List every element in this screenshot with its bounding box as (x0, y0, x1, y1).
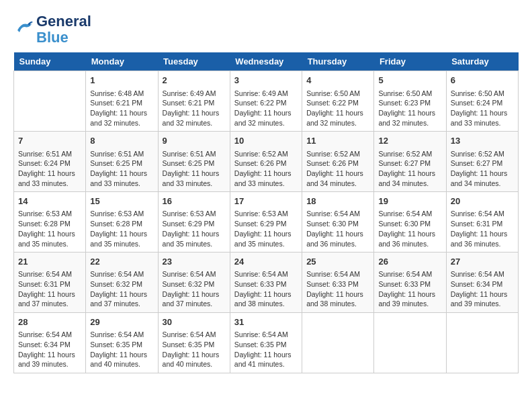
day-info: Sunrise: 6:54 AMSunset: 6:31 PMDaylight:… (18, 269, 81, 309)
day-info: Sunrise: 6:53 AMSunset: 6:29 PMDaylight:… (234, 209, 298, 248)
day-number: 20 (451, 195, 514, 208)
day-info: Sunrise: 6:52 AMSunset: 6:26 PMDaylight:… (234, 149, 298, 189)
calendar-cell: 15Sunrise: 6:53 AMSunset: 6:28 PMDayligh… (86, 192, 158, 253)
page-header: General Blue (13, 13, 519, 46)
day-number: 31 (234, 316, 298, 328)
calendar-cell: 1Sunrise: 6:48 AMSunset: 6:21 PMDaylight… (86, 71, 158, 132)
calendar-cell: 20Sunrise: 6:54 AMSunset: 6:31 PMDayligh… (446, 192, 518, 253)
day-number: 12 (378, 135, 441, 147)
day-info: Sunrise: 6:52 AMSunset: 6:27 PMDaylight:… (451, 149, 514, 189)
day-number: 11 (306, 135, 369, 147)
day-header-saturday: Saturday (446, 52, 518, 71)
day-number: 30 (163, 316, 226, 328)
day-info: Sunrise: 6:54 AMSunset: 6:30 PMDaylight:… (306, 209, 369, 248)
day-number: 21 (18, 256, 81, 268)
day-info: Sunrise: 6:54 AMSunset: 6:32 PMDaylight:… (90, 269, 153, 309)
day-number: 15 (90, 195, 153, 208)
calendar-header: SundayMondayTuesdayWednesdayThursdayFrid… (14, 52, 519, 71)
day-number: 14 (18, 195, 81, 208)
day-info: Sunrise: 6:54 AMSunset: 6:34 PMDaylight:… (451, 269, 514, 309)
calendar-table: SundayMondayTuesdayWednesdayThursdayFrid… (13, 52, 519, 373)
day-info: Sunrise: 6:50 AMSunset: 6:24 PMDaylight:… (451, 89, 514, 128)
calendar-cell: 11Sunrise: 6:52 AMSunset: 6:26 PMDayligh… (302, 132, 374, 192)
calendar-cell: 29Sunrise: 6:54 AMSunset: 6:35 PMDayligh… (86, 313, 158, 373)
day-number: 1 (90, 75, 153, 87)
calendar-cell: 24Sunrise: 6:54 AMSunset: 6:33 PMDayligh… (230, 253, 302, 313)
calendar-cell: 7Sunrise: 6:51 AMSunset: 6:24 PMDaylight… (14, 132, 86, 192)
calendar-cell: 12Sunrise: 6:52 AMSunset: 6:27 PMDayligh… (374, 132, 446, 192)
day-number: 17 (234, 195, 298, 208)
day-info: Sunrise: 6:54 AMSunset: 6:31 PMDaylight:… (451, 209, 514, 248)
day-info: Sunrise: 6:53 AMSunset: 6:28 PMDaylight:… (18, 209, 81, 248)
day-header-sunday: Sunday (14, 52, 86, 71)
calendar-cell (302, 313, 374, 373)
day-number: 28 (18, 316, 81, 328)
day-info: Sunrise: 6:54 AMSunset: 6:35 PMDaylight:… (90, 330, 153, 369)
calendar-cell: 9Sunrise: 6:51 AMSunset: 6:25 PMDaylight… (158, 132, 230, 192)
day-info: Sunrise: 6:49 AMSunset: 6:21 PMDaylight:… (163, 89, 226, 128)
logo-icon (13, 18, 34, 38)
day-info: Sunrise: 6:50 AMSunset: 6:22 PMDaylight:… (306, 89, 369, 128)
calendar-cell: 13Sunrise: 6:52 AMSunset: 6:27 PMDayligh… (446, 132, 518, 192)
calendar-week-1: 1Sunrise: 6:48 AMSunset: 6:21 PMDaylight… (14, 71, 519, 132)
day-info: Sunrise: 6:53 AMSunset: 6:28 PMDaylight:… (90, 209, 153, 248)
day-info: Sunrise: 6:49 AMSunset: 6:22 PMDaylight:… (234, 89, 298, 128)
calendar-cell (14, 71, 86, 132)
day-info: Sunrise: 6:54 AMSunset: 6:35 PMDaylight:… (163, 330, 226, 369)
day-number: 6 (451, 75, 514, 87)
day-number: 19 (378, 195, 441, 208)
calendar-cell (374, 313, 446, 373)
calendar-cell (446, 313, 518, 373)
day-info: Sunrise: 6:54 AMSunset: 6:34 PMDaylight:… (18, 330, 81, 369)
day-info: Sunrise: 6:50 AMSunset: 6:23 PMDaylight:… (378, 89, 441, 128)
calendar-cell: 23Sunrise: 6:54 AMSunset: 6:32 PMDayligh… (158, 253, 230, 313)
day-number: 9 (163, 135, 226, 147)
day-info: Sunrise: 6:51 AMSunset: 6:25 PMDaylight:… (90, 149, 153, 189)
day-header-friday: Friday (374, 52, 446, 71)
calendar-cell: 3Sunrise: 6:49 AMSunset: 6:22 PMDaylight… (230, 71, 302, 132)
day-number: 5 (378, 75, 441, 87)
day-number: 29 (90, 316, 153, 328)
day-number: 8 (90, 135, 153, 147)
day-number: 24 (234, 256, 298, 268)
day-header-thursday: Thursday (302, 52, 374, 71)
day-number: 27 (451, 256, 514, 268)
day-info: Sunrise: 6:54 AMSunset: 6:33 PMDaylight:… (234, 269, 298, 309)
day-info: Sunrise: 6:54 AMSunset: 6:35 PMDaylight:… (234, 330, 298, 369)
day-info: Sunrise: 6:52 AMSunset: 6:27 PMDaylight:… (378, 149, 441, 189)
day-header-monday: Monday (86, 52, 158, 71)
calendar-week-2: 7Sunrise: 6:51 AMSunset: 6:24 PMDaylight… (14, 132, 519, 192)
day-info: Sunrise: 6:54 AMSunset: 6:33 PMDaylight:… (378, 269, 441, 309)
day-number: 2 (163, 75, 226, 87)
logo: General Blue (13, 13, 91, 46)
day-info: Sunrise: 6:54 AMSunset: 6:30 PMDaylight:… (378, 209, 441, 248)
day-number: 22 (90, 256, 153, 268)
day-number: 4 (306, 75, 369, 87)
logo-text: General Blue (36, 13, 91, 46)
day-header-tuesday: Tuesday (158, 52, 230, 71)
calendar-cell: 14Sunrise: 6:53 AMSunset: 6:28 PMDayligh… (14, 192, 86, 253)
calendar-cell: 18Sunrise: 6:54 AMSunset: 6:30 PMDayligh… (302, 192, 374, 253)
calendar-cell: 26Sunrise: 6:54 AMSunset: 6:33 PMDayligh… (374, 253, 446, 313)
day-info: Sunrise: 6:54 AMSunset: 6:33 PMDaylight:… (306, 269, 369, 309)
calendar-cell: 31Sunrise: 6:54 AMSunset: 6:35 PMDayligh… (230, 313, 302, 373)
calendar-week-5: 28Sunrise: 6:54 AMSunset: 6:34 PMDayligh… (14, 313, 519, 373)
day-info: Sunrise: 6:51 AMSunset: 6:25 PMDaylight:… (163, 149, 226, 189)
day-info: Sunrise: 6:48 AMSunset: 6:21 PMDaylight:… (90, 89, 153, 128)
day-number: 3 (234, 75, 298, 87)
calendar-cell: 10Sunrise: 6:52 AMSunset: 6:26 PMDayligh… (230, 132, 302, 192)
calendar-cell: 17Sunrise: 6:53 AMSunset: 6:29 PMDayligh… (230, 192, 302, 253)
calendar-cell: 28Sunrise: 6:54 AMSunset: 6:34 PMDayligh… (14, 313, 86, 373)
calendar-cell: 19Sunrise: 6:54 AMSunset: 6:30 PMDayligh… (374, 192, 446, 253)
calendar-cell: 8Sunrise: 6:51 AMSunset: 6:25 PMDaylight… (86, 132, 158, 192)
day-number: 10 (234, 135, 298, 147)
calendar-cell: 22Sunrise: 6:54 AMSunset: 6:32 PMDayligh… (86, 253, 158, 313)
day-number: 25 (306, 256, 369, 268)
day-header-wednesday: Wednesday (230, 52, 302, 71)
calendar-cell: 16Sunrise: 6:53 AMSunset: 6:29 PMDayligh… (158, 192, 230, 253)
calendar-cell: 25Sunrise: 6:54 AMSunset: 6:33 PMDayligh… (302, 253, 374, 313)
day-number: 26 (378, 256, 441, 268)
calendar-cell: 30Sunrise: 6:54 AMSunset: 6:35 PMDayligh… (158, 313, 230, 373)
day-info: Sunrise: 6:53 AMSunset: 6:29 PMDaylight:… (163, 209, 226, 248)
day-number: 13 (451, 135, 514, 147)
